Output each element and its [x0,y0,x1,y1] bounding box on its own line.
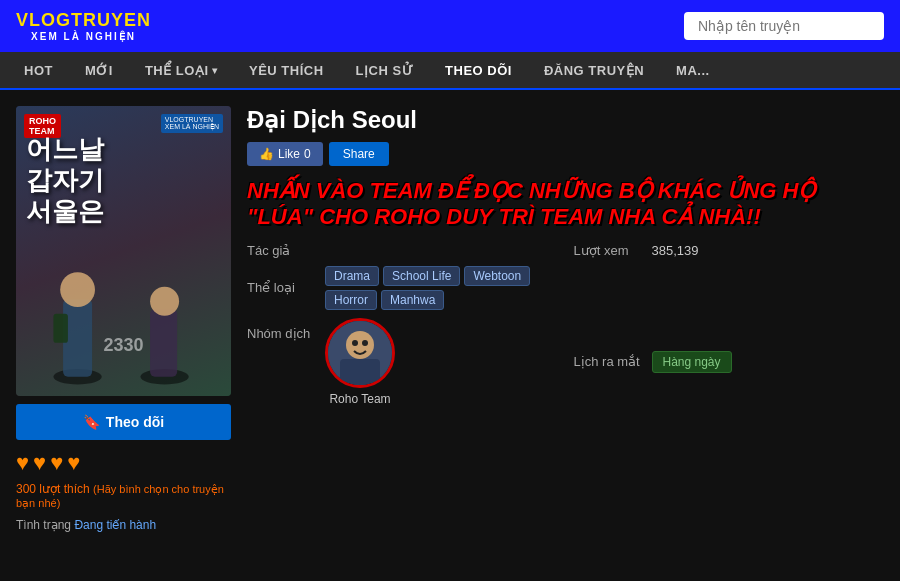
genre-horror[interactable]: Horror [325,290,377,310]
heart-2: ♥ [33,450,46,476]
nav-new[interactable]: MỚI [69,52,129,88]
details-grid: Tác giả Lượt xem 385,139 Thể loại Drama … [247,243,884,406]
svg-point-9 [352,340,358,346]
genre-manhwa[interactable]: Manhwa [381,290,444,310]
nav-follow[interactable]: THEO DÕI [429,52,528,88]
status-label: Tình trạng [16,518,71,532]
genre-webtoon[interactable]: Webtoon [464,266,530,286]
cover-watermark: VLOGTRUYENXEM LÀ NGHIỆN [161,114,223,133]
follow-button[interactable]: 🔖 Theo dõi [16,404,231,440]
group-name: Roho Team [329,392,390,406]
views-label: Lượt xem [574,243,644,258]
group-label: Nhóm dịch [247,318,317,341]
nav-favorites[interactable]: YÊU THÍCH [233,52,340,88]
left-panel: ROHOTEAM VLOGTRUYENXEM LÀ NGHIỆN 어느날갑자기서… [16,106,231,565]
svg-rect-11 [340,359,380,385]
cover-number: 2330 [103,335,143,356]
like-count: 300 lượt thích (Hãy bình chọn cho truyện… [16,482,231,510]
promo-text: NHẤN VÀO TEAM ĐỂ ĐỌC NHỮNG BỘ KHÁC ỦNG H… [247,178,884,231]
nav-more[interactable]: MA... [660,52,726,88]
svg-rect-4 [150,309,177,377]
like-button[interactable]: 👍 Like 0 [247,142,323,166]
genre-row: Thể loại Drama School Life Webtoon Horro… [247,266,558,310]
status-value: Đang tiến hành [74,518,156,532]
navigation: HOT MỚI THỂ LOẠI ▾ YÊU THÍCH LỊCH SỬ THE… [0,52,900,90]
search-input[interactable] [684,12,884,40]
release-label: Lịch ra mắt [574,354,644,369]
site-header: VLOGTRUYEN XEM LÀ NGHIỆN [0,0,900,52]
heart-3: ♥ [50,450,63,476]
nav-genre[interactable]: THỂ LOẠI ▾ [129,52,233,88]
cover-title-kr: 어느날갑자기서울은 [26,134,104,228]
nav-history[interactable]: LỊCH SỬ [340,52,430,88]
group-row: Nhóm dịch [247,318,558,406]
promo-overlay: NHẤN VÀO TEAM ĐỂ ĐỌC NHỮNG BỘ KHÁC ỦNG H… [247,178,884,231]
site-logo[interactable]: VLOGTRUYEN XEM LÀ NGHIỆN [16,10,151,42]
chevron-down-icon: ▾ [212,65,218,76]
views-value: 385,139 [652,243,699,258]
heart-4: ♥ [67,450,80,476]
svg-point-10 [362,340,368,346]
status-row: Tình trạng Đang tiến hành [16,518,231,532]
bookmark-icon: 🔖 [83,414,100,430]
genre-drama[interactable]: Drama [325,266,379,286]
group-avatar-inner [328,321,392,385]
nav-hot[interactable]: HOT [8,52,69,88]
group-info: Roho Team [325,318,395,406]
heart-1: ♥ [16,450,29,476]
share-button[interactable]: Share [329,142,389,166]
svg-rect-6 [53,314,68,343]
group-avatar[interactable] [325,318,395,388]
logo-text-top: VLOGTRUYEN [16,10,151,31]
hearts-container: ♥ ♥ ♥ ♥ [16,450,231,476]
manga-title: Đại Dịch Seoul [247,106,884,134]
genre-label: Thể loại [247,280,317,295]
release-badge: Hàng ngày [652,351,732,373]
right-panel: Đại Dịch Seoul 👍 Like 0 Share NHẤN VÀO T… [247,106,884,565]
author-label: Tác giả [247,243,317,258]
nav-upload[interactable]: ĐĂNG TRUYỆN [528,52,660,88]
main-content: ROHOTEAM VLOGTRUYENXEM LÀ NGHIỆN 어느날갑자기서… [0,90,900,581]
thumbs-up-icon: 👍 [259,147,274,161]
logo-text-sub: XEM LÀ NGHIỆN [31,31,136,42]
views-row: Lượt xem 385,139 [574,243,885,258]
release-row: Lịch ra mắt Hàng ngày [574,318,885,406]
manga-cover: ROHOTEAM VLOGTRUYENXEM LÀ NGHIỆN 어느날갑자기서… [16,106,231,396]
author-row: Tác giả [247,243,558,258]
genre-tags: Drama School Life Webtoon Horror Manhwa [325,266,558,310]
svg-point-2 [60,272,95,307]
action-buttons: 👍 Like 0 Share [247,142,884,166]
svg-point-5 [150,287,179,316]
genre-school[interactable]: School Life [383,266,460,286]
